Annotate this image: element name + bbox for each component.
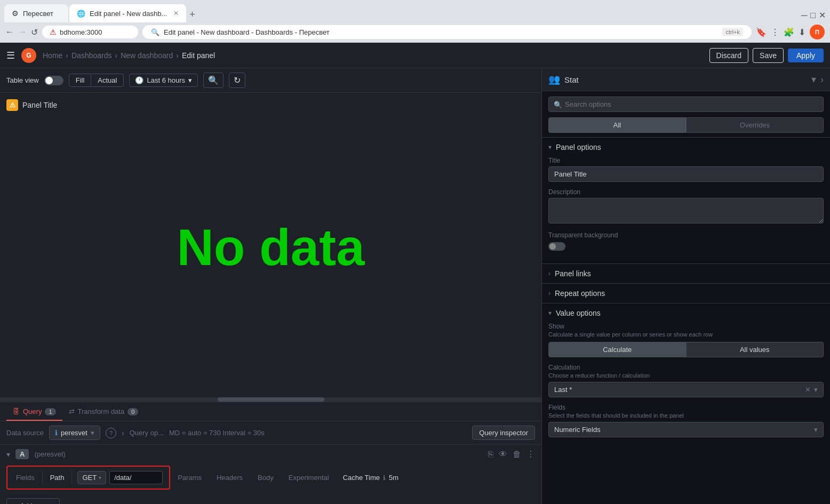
headers-tab[interactable]: Headers bbox=[209, 470, 250, 485]
calculation-select[interactable]: Last * ✕ ▾ bbox=[548, 382, 824, 397]
description-label: Description bbox=[548, 188, 824, 196]
time-range-button[interactable]: 🕐 Last 6 hours ▾ bbox=[129, 74, 198, 87]
download-button[interactable]: ⬇ bbox=[799, 27, 805, 37]
refresh-button[interactable]: ↻ bbox=[229, 73, 245, 88]
panel-options-header[interactable]: ▾ Panel options bbox=[542, 138, 830, 157]
panel-type-expand-icon[interactable]: › bbox=[820, 74, 824, 85]
value-options-title: Value options bbox=[556, 309, 601, 317]
breadcrumb-home[interactable]: Home bbox=[43, 51, 62, 60]
transform-icon: ⇄ bbox=[69, 407, 75, 415]
panel-warning-icon: ⚠ bbox=[6, 99, 18, 111]
params-tab[interactable]: Params bbox=[170, 470, 209, 485]
panel-options-chevron-icon: ▾ bbox=[548, 143, 552, 151]
more-options-button[interactable]: ⋮ bbox=[771, 27, 779, 37]
apply-button[interactable]: Apply bbox=[788, 49, 824, 62]
address-text: bdhome:3000 bbox=[60, 28, 102, 36]
description-input[interactable] bbox=[548, 198, 824, 223]
clock-icon: 🕐 bbox=[135, 76, 143, 84]
tab1-label: Пересвет bbox=[23, 10, 53, 18]
search-shortcut: ctrl+k bbox=[722, 28, 743, 36]
query-delete-button[interactable]: 🗑 bbox=[513, 450, 521, 459]
query-a-datasource: (peresvet) bbox=[34, 450, 66, 458]
repeat-options-header[interactable]: › Repeat options bbox=[542, 284, 830, 303]
overrides-tab[interactable]: Overrides bbox=[686, 117, 824, 133]
browser-tab-1[interactable]: ⚙ Пересвет bbox=[4, 4, 68, 22]
help-button[interactable]: ? bbox=[106, 428, 116, 438]
nav-reload-button[interactable]: ↺ bbox=[31, 27, 38, 37]
query-copy-button[interactable]: ⎘ bbox=[488, 450, 493, 459]
tab2-label: Edit panel - New dashb... bbox=[90, 10, 167, 18]
method-chevron-icon: ▾ bbox=[99, 475, 101, 481]
cache-time-value: 5m bbox=[389, 474, 398, 482]
transform-tab[interactable]: ⇄ Transform data 0 bbox=[62, 402, 145, 421]
tab1-icon: ⚙ bbox=[12, 9, 19, 18]
datasource-chevron-icon: ▾ bbox=[91, 429, 94, 437]
calculate-button[interactable]: Calculate bbox=[548, 342, 687, 357]
all-values-button[interactable]: All values bbox=[687, 342, 824, 357]
new-tab-button[interactable]: + bbox=[187, 7, 197, 22]
transparent-label: Transparent background bbox=[548, 231, 824, 239]
path-input[interactable] bbox=[109, 471, 163, 484]
fields-value: Numeric Fields bbox=[554, 426, 814, 434]
window-restore-button[interactable]: □ bbox=[810, 11, 816, 20]
address-warning-icon: ⚠ bbox=[50, 28, 57, 36]
experimental-tab[interactable]: Experimental bbox=[281, 470, 337, 485]
method-value: GET bbox=[82, 474, 97, 482]
window-close-button[interactable]: ✕ bbox=[819, 10, 826, 20]
transform-label: Transform data bbox=[78, 407, 125, 415]
cache-time-info-icon: ℹ bbox=[383, 474, 386, 482]
search-options-icon: 🔍 bbox=[554, 100, 562, 108]
address-bar[interactable]: ⚠ bdhome:3000 bbox=[42, 26, 138, 38]
save-button[interactable]: Save bbox=[753, 48, 784, 63]
search-options-input[interactable] bbox=[548, 97, 824, 112]
transparent-toggle[interactable] bbox=[548, 242, 565, 251]
value-options-header[interactable]: ▾ Value options bbox=[542, 303, 830, 323]
add-query-button[interactable]: + Add query bbox=[6, 498, 60, 504]
path-tab[interactable]: Path bbox=[43, 470, 73, 485]
chevron-down-icon: ▾ bbox=[188, 76, 192, 84]
table-view-toggle[interactable] bbox=[44, 76, 63, 85]
calculation-clear-icon[interactable]: ✕ bbox=[805, 386, 811, 394]
nav-forward-button[interactable]: → bbox=[18, 27, 27, 37]
panel-display: ⚠ Panel Title No data bbox=[0, 93, 541, 402]
panel-type-name: Stat bbox=[564, 75, 807, 84]
fields-tab[interactable]: Fields bbox=[9, 470, 43, 485]
datasource-select[interactable]: ℹ peresvet ▾ bbox=[49, 426, 100, 440]
breadcrumb-new-dashboard[interactable]: New dashboard bbox=[121, 51, 173, 60]
tab2-close-icon[interactable]: ✕ bbox=[173, 10, 179, 17]
time-range-label: Last 6 hours bbox=[147, 76, 185, 84]
fields-select[interactable]: Numeric Fields ▾ bbox=[548, 422, 824, 437]
browser-tab-2[interactable]: 🌐 Edit panel - New dashb... ✕ bbox=[69, 4, 186, 22]
discard-button[interactable]: Discard bbox=[709, 48, 748, 63]
panel-links-header[interactable]: › Panel links bbox=[542, 264, 830, 283]
breadcrumb-dashboards[interactable]: Dashboards bbox=[71, 51, 112, 60]
panel-type-dropdown-icon[interactable]: ▾ bbox=[811, 74, 816, 85]
title-input[interactable] bbox=[548, 166, 824, 182]
query-inspector-button[interactable]: Query inspector bbox=[472, 426, 535, 440]
query-tab-badge: 1 bbox=[45, 408, 55, 415]
hamburger-menu[interactable]: ☰ bbox=[6, 50, 15, 61]
query-options-link[interactable]: Query op... bbox=[130, 429, 164, 437]
query-section: 🗄 Query 1 ⇄ Transform data 0 Data source… bbox=[0, 402, 541, 504]
actual-button[interactable]: Actual bbox=[91, 74, 124, 87]
zoom-button[interactable]: 🔍 bbox=[203, 73, 224, 88]
breadcrumb: Home › Dashboards › New dashboard › Edit… bbox=[43, 51, 215, 60]
query-more-button[interactable]: ⋮ bbox=[526, 449, 535, 459]
all-tab[interactable]: All bbox=[548, 117, 686, 133]
query-toggle-vis-button[interactable]: 👁 bbox=[499, 450, 507, 459]
query-tab[interactable]: 🗄 Query 1 bbox=[6, 402, 62, 421]
extensions-button[interactable]: 🧩 bbox=[784, 27, 794, 37]
collapse-icon[interactable]: ▾ bbox=[6, 450, 10, 459]
bookmark-button[interactable]: 🔖 bbox=[756, 27, 767, 37]
fill-button[interactable]: Fill bbox=[69, 74, 92, 87]
search-bar[interactable]: 🔍 Edit panel - New dashboard - Dashboard… bbox=[142, 25, 752, 39]
fields-label: Fields bbox=[548, 404, 824, 411]
body-tab[interactable]: Body bbox=[250, 470, 281, 485]
calculation-sub-text: Choose a reducer function / calculation bbox=[548, 372, 824, 379]
cache-time-label: Cache Time bbox=[343, 474, 380, 482]
nav-back-button[interactable]: ← bbox=[5, 27, 14, 37]
repeat-options-title: Repeat options bbox=[555, 289, 605, 298]
method-select[interactable]: GET ▾ bbox=[77, 471, 106, 484]
app-header: ☰ G Home › Dashboards › New dashboard › … bbox=[0, 43, 830, 68]
window-minimize-button[interactable]: ─ bbox=[801, 11, 807, 20]
